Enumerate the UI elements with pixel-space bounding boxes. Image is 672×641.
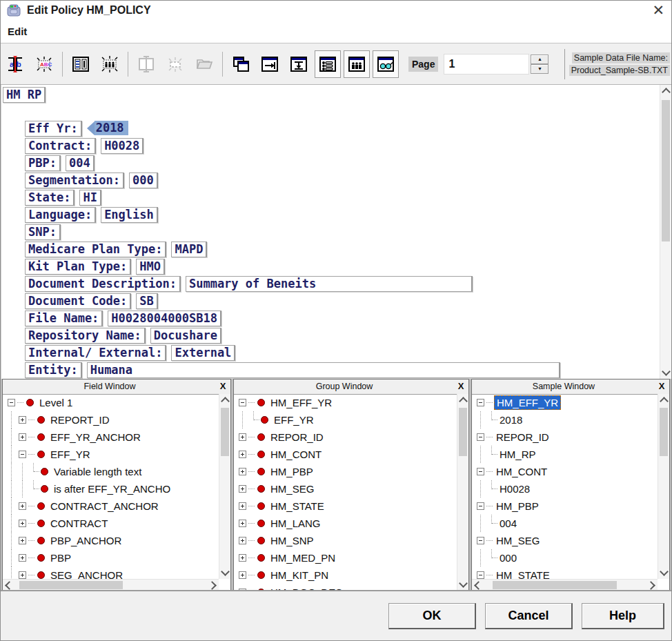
doc-field-value[interactable]: Docushare bbox=[150, 328, 221, 344]
tree-row[interactable]: HM_SEG bbox=[472, 532, 658, 549]
tree-row[interactable]: REPORT_ID bbox=[3, 411, 219, 428]
expand-icon[interactable] bbox=[17, 497, 28, 515]
expand-icon[interactable] bbox=[17, 515, 28, 532]
field-list-button[interactable] bbox=[68, 50, 94, 78]
selected-field-value[interactable]: 2018 bbox=[87, 121, 128, 135]
tree-row[interactable]: HM_SNP bbox=[234, 532, 457, 549]
tree-row[interactable]: HM_STATE bbox=[472, 566, 658, 579]
tree-row[interactable]: 2018 bbox=[472, 411, 658, 428]
highlight-fields-button[interactable]: ABC bbox=[31, 50, 57, 78]
tree-row[interactable]: PBP bbox=[3, 549, 219, 566]
doc-field-value[interactable]: HMO bbox=[136, 259, 165, 275]
tree-row[interactable]: HM_MED_PN bbox=[234, 549, 457, 566]
expand-icon[interactable] bbox=[237, 497, 248, 515]
tree-node-label[interactable]: 004 bbox=[497, 517, 519, 530]
scrollbar-thumb[interactable] bbox=[662, 100, 670, 241]
tree-node-label[interactable]: SEG_ANCHOR bbox=[48, 569, 125, 579]
collapse-icon[interactable] bbox=[475, 463, 486, 480]
tree-row[interactable]: EFF_YR bbox=[234, 411, 457, 428]
scroll-down-icon[interactable] bbox=[660, 567, 669, 576]
doc-field-value[interactable]: 000 bbox=[129, 172, 158, 188]
cancel-button[interactable]: Cancel bbox=[485, 603, 573, 629]
scrollbar-thumb[interactable] bbox=[493, 581, 617, 589]
tree-row[interactable]: CONTRACT_ANCHOR bbox=[3, 497, 219, 515]
tree-node-label[interactable]: REPOR_ID bbox=[268, 431, 326, 444]
tree-node-label[interactable]: HM_MED_PN bbox=[268, 551, 337, 564]
expand-icon[interactable] bbox=[237, 549, 248, 566]
sample-window-vscrollbar[interactable] bbox=[658, 394, 669, 579]
tree-row[interactable]: HM_LANG bbox=[234, 515, 457, 532]
doc-field-value[interactable]: English bbox=[101, 207, 158, 223]
expand-icon[interactable] bbox=[17, 532, 28, 549]
tree-node-label[interactable]: HM_RP bbox=[497, 448, 538, 461]
tree-row[interactable]: 000 bbox=[472, 549, 658, 566]
tree-node-label[interactable]: Variable length text bbox=[52, 465, 144, 478]
collapse-icon[interactable] bbox=[6, 394, 17, 411]
expand-icon[interactable] bbox=[17, 549, 28, 566]
page-input[interactable] bbox=[444, 54, 529, 75]
tree-node-label[interactable]: HM_KIT_PN bbox=[268, 569, 330, 582]
tree-node-label[interactable]: PBP bbox=[48, 551, 73, 564]
expand-icon[interactable] bbox=[237, 480, 248, 497]
doc-field-value[interactable]: Humana bbox=[87, 362, 560, 378]
tree-row[interactable]: HM_KIT_PN bbox=[234, 566, 457, 584]
tree-node-label[interactable]: 2018 bbox=[497, 413, 524, 426]
tree-row[interactable]: HM_PBP bbox=[472, 497, 658, 515]
group-window-vscrollbar[interactable] bbox=[457, 394, 468, 591]
tree-row[interactable]: HM_CONT bbox=[234, 446, 457, 463]
scroll-right-icon[interactable] bbox=[208, 581, 217, 590]
tree-row[interactable]: HM_EFF_YR bbox=[234, 394, 457, 411]
scroll-down-icon[interactable] bbox=[459, 579, 468, 588]
tree-row[interactable]: EFF_YR bbox=[3, 446, 219, 463]
collapse-icon[interactable] bbox=[17, 446, 28, 463]
collapse-icon[interactable] bbox=[475, 566, 486, 579]
tree-node-label[interactable]: 000 bbox=[497, 551, 519, 564]
close-icon[interactable]: ✕ bbox=[652, 1, 664, 19]
close-icon[interactable]: X bbox=[455, 380, 467, 393]
field-window-hscrollbar[interactable] bbox=[3, 579, 219, 591]
scroll-right-icon[interactable] bbox=[646, 581, 655, 590]
scrollbar-thumb[interactable] bbox=[660, 408, 668, 456]
tree-row[interactable]: H0028 bbox=[472, 480, 658, 497]
tree-node-label[interactable]: HM_EFF_YR bbox=[494, 395, 561, 410]
scroll-up-icon[interactable] bbox=[660, 397, 669, 406]
tree-row[interactable]: HM_STATE bbox=[234, 497, 457, 515]
doc-field-value[interactable]: H0028004000SB18 bbox=[108, 310, 221, 326]
expand-icon[interactable] bbox=[17, 428, 28, 446]
scroll-up-icon[interactable] bbox=[221, 397, 230, 406]
scroll-down-icon[interactable] bbox=[662, 367, 671, 376]
spinner-up-button[interactable]: ▲ bbox=[531, 55, 549, 64]
expand-icon[interactable] bbox=[17, 566, 28, 579]
document-vertical-scrollbar[interactable] bbox=[660, 85, 671, 379]
tree-node-label[interactable]: HM_STATE bbox=[494, 569, 552, 579]
tree-row[interactable]: CONTRACT bbox=[3, 515, 219, 532]
expand-icon[interactable] bbox=[17, 411, 28, 428]
tree-node-label[interactable]: HM_SEG bbox=[494, 534, 542, 547]
tree-node-label[interactable]: CONTRACT_ANCHOR bbox=[48, 500, 161, 513]
collapse-icon[interactable] bbox=[475, 394, 486, 411]
doc-field-value[interactable]: MAPD bbox=[171, 241, 207, 257]
tree-row[interactable]: EFF_YR_ANCHOR bbox=[3, 428, 219, 446]
expand-icon[interactable] bbox=[237, 532, 248, 549]
doc-field-value[interactable]: 2018 bbox=[95, 121, 128, 135]
doc-field-value[interactable]: H0028 bbox=[101, 138, 144, 154]
tree-row[interactable]: SEG_ANCHOR bbox=[3, 566, 219, 579]
cascade-windows-button[interactable] bbox=[228, 50, 254, 78]
fit-height-button[interactable] bbox=[286, 50, 312, 78]
doc-field-value[interactable]: External bbox=[171, 345, 235, 361]
tree-row[interactable]: HM_SEG bbox=[234, 480, 457, 497]
tree-node-label[interactable]: HM_SNP bbox=[268, 534, 316, 547]
tree-node-label[interactable]: HM_STATE bbox=[268, 500, 326, 513]
tree-row[interactable]: Level 1 bbox=[3, 394, 219, 411]
tree-node-label[interactable]: is after EFF_YR_ANCHO bbox=[52, 482, 172, 495]
collapse-icon[interactable] bbox=[475, 532, 486, 549]
scrollbar-thumb[interactable] bbox=[459, 408, 467, 456]
tree-node-label[interactable]: HM_LANG bbox=[268, 517, 323, 530]
tree-node-label[interactable]: CONTRACT bbox=[48, 517, 110, 530]
expand-icon[interactable] bbox=[237, 566, 248, 584]
scrollbar-thumb[interactable] bbox=[221, 408, 229, 456]
tree-node-label[interactable]: HM_EFF_YR bbox=[268, 396, 334, 409]
tree-node-label[interactable]: H0028 bbox=[497, 482, 532, 495]
tree-node-label[interactable]: Level 1 bbox=[37, 396, 75, 409]
sample-window-hscrollbar[interactable] bbox=[472, 579, 658, 591]
